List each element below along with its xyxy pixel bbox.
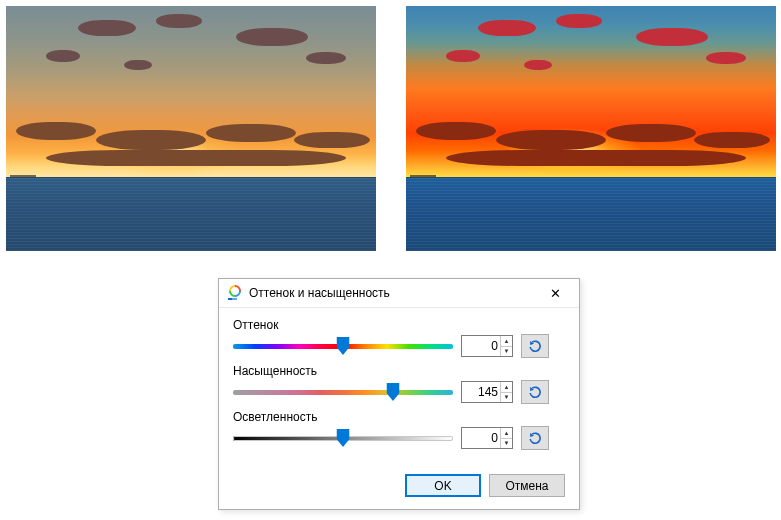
saturation-row: Насыщенность ▲ ▼ bbox=[233, 364, 565, 404]
lightness-reset-button[interactable] bbox=[521, 426, 549, 450]
titlebar[interactable]: Оттенок и насыщенность ✕ bbox=[219, 279, 579, 308]
cloud bbox=[416, 122, 496, 140]
cloud bbox=[16, 122, 96, 140]
slider-thumb-icon[interactable] bbox=[337, 337, 350, 355]
saturation-step-down[interactable]: ▼ bbox=[501, 393, 512, 403]
lightness-step-up[interactable]: ▲ bbox=[501, 428, 512, 439]
cloud bbox=[524, 60, 552, 70]
hue-saturation-dialog: Оттенок и насыщенность ✕ Оттенок bbox=[218, 278, 580, 510]
cloud bbox=[206, 124, 296, 142]
saturation-slider[interactable] bbox=[233, 382, 453, 402]
slider-thumb-icon[interactable] bbox=[337, 429, 350, 447]
cloud bbox=[294, 132, 370, 148]
lightness-slider[interactable] bbox=[233, 428, 453, 448]
cloud bbox=[96, 130, 206, 150]
cloud bbox=[78, 20, 136, 36]
saturation-input[interactable] bbox=[462, 382, 500, 402]
workspace: Оттенок и насыщенность ✕ Оттенок bbox=[0, 0, 781, 520]
hue-step-up[interactable]: ▲ bbox=[501, 336, 512, 347]
lightness-input[interactable] bbox=[462, 428, 500, 448]
hue-label: Оттенок bbox=[233, 318, 565, 332]
sea-gradient bbox=[6, 177, 376, 252]
hue-spinbox[interactable]: ▲ ▼ bbox=[461, 335, 513, 357]
cloud bbox=[706, 52, 746, 64]
cloud bbox=[306, 52, 346, 64]
saturation-track bbox=[233, 390, 453, 395]
close-button[interactable]: ✕ bbox=[537, 282, 573, 304]
lightness-row: Осветленность ▲ ▼ bbox=[233, 410, 565, 450]
app-icon bbox=[227, 285, 243, 301]
hue-step-down[interactable]: ▼ bbox=[501, 347, 512, 357]
svg-rect-2 bbox=[232, 298, 237, 300]
cloud bbox=[496, 130, 606, 150]
lightness-label: Осветленность bbox=[233, 410, 565, 424]
dialog-title: Оттенок и насыщенность bbox=[249, 286, 537, 300]
lightness-step-down[interactable]: ▼ bbox=[501, 439, 512, 449]
hue-row: Оттенок ▲ ▼ bbox=[233, 318, 565, 358]
hue-input[interactable] bbox=[462, 336, 500, 356]
saturation-step-up[interactable]: ▲ bbox=[501, 382, 512, 393]
ok-button[interactable]: OK bbox=[405, 474, 481, 497]
saturation-reset-button[interactable] bbox=[521, 380, 549, 404]
cloud bbox=[446, 50, 480, 62]
close-icon: ✕ bbox=[550, 287, 561, 300]
slider-thumb-icon[interactable] bbox=[386, 383, 399, 401]
undo-arrow-icon bbox=[528, 339, 542, 353]
cloud bbox=[46, 50, 80, 62]
dialog-footer: OK Отмена bbox=[219, 466, 579, 509]
cloud bbox=[156, 14, 202, 28]
cloud bbox=[46, 150, 346, 166]
cloud bbox=[478, 20, 536, 36]
svg-rect-1 bbox=[228, 298, 232, 300]
hue-slider[interactable] bbox=[233, 336, 453, 356]
undo-arrow-icon bbox=[528, 431, 542, 445]
saturation-spinbox[interactable]: ▲ ▼ bbox=[461, 381, 513, 403]
sea-gradient bbox=[406, 177, 776, 252]
cloud bbox=[124, 60, 152, 70]
image-preview-original bbox=[6, 6, 376, 251]
image-preview-saturated bbox=[406, 6, 776, 251]
hue-reset-button[interactable] bbox=[521, 334, 549, 358]
cancel-button[interactable]: Отмена bbox=[489, 474, 565, 497]
cloud bbox=[556, 14, 602, 28]
lightness-spinbox[interactable]: ▲ ▼ bbox=[461, 427, 513, 449]
cloud bbox=[446, 150, 746, 166]
cloud bbox=[606, 124, 696, 142]
dialog-body: Оттенок ▲ ▼ bbox=[219, 308, 579, 466]
saturation-label: Насыщенность bbox=[233, 364, 565, 378]
cloud bbox=[694, 132, 770, 148]
cloud bbox=[636, 28, 708, 46]
cloud bbox=[236, 28, 308, 46]
undo-arrow-icon bbox=[528, 385, 542, 399]
